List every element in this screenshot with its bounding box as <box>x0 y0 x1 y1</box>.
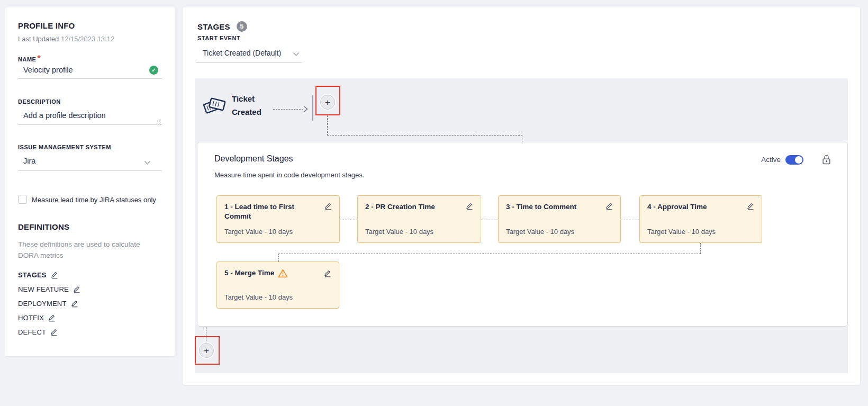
last-updated-label: Last Updated <box>18 35 59 43</box>
edit-icon[interactable] <box>71 300 78 308</box>
chevron-down-icon[interactable] <box>293 52 300 57</box>
last-updated-value: 12/15/2023 13:12 <box>61 35 114 43</box>
connector-line <box>522 135 522 142</box>
edit-icon[interactable] <box>48 314 56 322</box>
edit-icon[interactable] <box>324 202 332 210</box>
flow-arrow <box>273 106 308 112</box>
stage-target: Target Value - 10 days <box>224 228 332 236</box>
group-subtitle: Measure time spent in code development s… <box>214 171 364 179</box>
description-underline <box>18 124 162 125</box>
issue-management-underline <box>18 170 162 171</box>
definition-item-label: STAGES <box>18 271 47 279</box>
arrowhead-icon <box>303 106 308 112</box>
lead-time-checkbox-label: Measure lead time by JIRA statuses only <box>32 196 156 204</box>
stages-title: STAGES <box>197 22 230 31</box>
start-node-label: Ticket Created <box>232 92 261 119</box>
start-event-underline <box>196 62 302 63</box>
stages-panel: STAGES 5 START EVENT Ticket Created (Def… <box>183 7 860 385</box>
edit-icon[interactable] <box>747 202 754 210</box>
stage-title: 1 - Lead time to First Commit <box>224 202 309 221</box>
edit-icon[interactable] <box>50 328 58 336</box>
warning-icon <box>278 269 288 278</box>
connector-line <box>340 220 357 220</box>
start-event-select[interactable]: Ticket Created (Default) <box>203 49 281 57</box>
stages-count-badge: 5 <box>237 21 247 32</box>
ticket-icon <box>201 92 228 119</box>
stage-target: Target Value - 10 days <box>365 228 473 236</box>
description-input[interactable]: Add a profile description <box>23 111 106 120</box>
page: PROFILE INFO Last Updated 12/15/2023 13:… <box>0 0 868 406</box>
connector-line <box>700 243 701 254</box>
stage-card-3[interactable]: 3 - Time to Comment Target Value - 10 da… <box>498 195 621 243</box>
connector-line <box>621 220 639 220</box>
stage-title: 2 - PR Creation Time <box>365 202 435 212</box>
stage-target: Target Value - 10 days <box>647 228 754 236</box>
issue-management-label: ISSUE MANAGEMENT SYSTEM <box>18 144 111 150</box>
name-input[interactable]: Velocity profile <box>23 66 73 74</box>
stage-card-5[interactable]: 5 - Merge Time Target Value - 10 days <box>216 261 339 309</box>
issue-management-select[interactable]: Jira <box>23 157 35 165</box>
connector-line <box>278 254 701 254</box>
insert-divider-line <box>312 95 313 121</box>
lead-time-checkbox[interactable] <box>18 195 27 204</box>
workflow-canvas: Ticket Created + Development Stages Meas… <box>195 78 848 373</box>
edit-icon[interactable] <box>605 202 613 210</box>
name-input-underline <box>18 78 162 79</box>
chevron-down-icon[interactable] <box>144 160 151 165</box>
stage-target: Target Value - 10 days <box>224 293 331 301</box>
stage-title: 5 - Merge Time <box>224 268 274 278</box>
active-label: Active <box>761 156 781 164</box>
stage-card-4[interactable]: 4 - Approval Time Target Value - 10 days <box>639 195 762 243</box>
definition-item-label: HOTFIX <box>18 314 44 322</box>
profile-info-title: PROFILE INFO <box>18 21 75 30</box>
last-updated: Last Updated 12/15/2023 13:12 <box>18 35 114 43</box>
definition-item-new-feature: NEW FEATURE <box>18 282 80 296</box>
connector-line <box>481 220 498 220</box>
stages-header: STAGES 5 <box>197 21 247 32</box>
stage-card-2[interactable]: 2 - PR Creation Time Target Value - 10 d… <box>357 195 481 243</box>
edit-icon[interactable] <box>324 269 331 277</box>
resize-handle-icon[interactable] <box>156 119 161 124</box>
active-toggle[interactable] <box>785 155 803 165</box>
edit-icon[interactable] <box>51 271 58 279</box>
group-title: Development Stages <box>214 154 293 164</box>
stage-card-1[interactable]: 1 - Lead time to First Commit Target Val… <box>216 195 340 243</box>
edit-icon[interactable] <box>73 285 80 293</box>
lock-icon[interactable] <box>821 154 831 165</box>
highlight-box-bottom <box>195 336 220 365</box>
definitions-title: DEFINITIONS <box>18 222 69 231</box>
description-label: DESCRIPTION <box>18 98 61 105</box>
group-controls: Active <box>761 154 831 165</box>
highlight-box-top <box>315 86 340 115</box>
definition-item-defect: DEFECT <box>18 325 58 339</box>
definition-item-label: NEW FEATURE <box>18 285 69 293</box>
required-asterisk: * <box>37 54 40 63</box>
definition-item-label: DEPLOYMENT <box>18 300 67 308</box>
definition-item-label: DEFECT <box>18 328 46 336</box>
profile-info-panel: PROFILE INFO Last Updated 12/15/2023 13:… <box>5 7 175 356</box>
development-stages-group: Development Stages Measure time spent in… <box>197 142 848 327</box>
definition-item-stages: STAGES <box>18 268 58 282</box>
stage-title: 3 - Time to Comment <box>506 202 576 212</box>
definition-item-hotfix: HOTFIX <box>18 311 56 325</box>
name-label: NAME* <box>18 54 41 64</box>
stage-title: 4 - Approval Time <box>647 202 707 212</box>
start-node-line2: Created <box>232 105 261 119</box>
start-node-line1: Ticket <box>232 92 261 105</box>
definition-item-deployment: DEPLOYMENT <box>18 296 78 311</box>
connector-line <box>278 254 279 261</box>
edit-icon[interactable] <box>466 202 473 210</box>
definitions-description: These definitions are used to calculate … <box>18 239 151 261</box>
stage-target: Target Value - 10 days <box>506 228 613 236</box>
connector-line <box>327 115 328 136</box>
start-event-label: START EVENT <box>197 35 240 41</box>
connector-line <box>327 135 522 136</box>
valid-check-icon: ✓ <box>149 66 158 75</box>
